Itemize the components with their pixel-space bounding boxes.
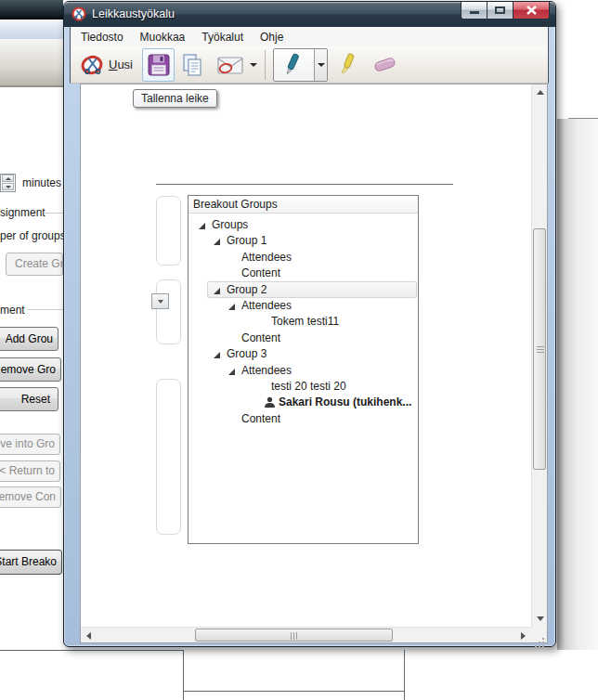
scroll-right-icon[interactable]	[515, 628, 531, 643]
reset-button[interactable]: Reset	[0, 387, 58, 411]
remove-content-button[interactable]: Remove Con	[0, 486, 61, 508]
save-button[interactable]	[142, 48, 175, 82]
snip-canvas: Breakout Groups Groups Group 1 Attendees	[81, 84, 531, 627]
tree-item-attendees: Attendees	[189, 250, 417, 266]
groupbox-border	[44, 213, 63, 214]
toolbar-separator	[265, 50, 266, 80]
captured-combobox-arrow	[151, 293, 169, 309]
background-toolbar-fragment	[0, 39, 63, 87]
background-right-panel	[557, 119, 598, 650]
tree-item-group3: Group 3	[189, 346, 417, 362]
tree-item-content: Content	[189, 266, 417, 281]
new-snip-label: Uusi	[109, 58, 133, 71]
expander-icon	[228, 304, 235, 310]
person-icon	[264, 396, 276, 408]
tree-item-attendee-name: testi 20 testi 20	[189, 379, 417, 395]
scroll-down-icon[interactable]	[532, 611, 548, 627]
ment-groupbox-label: ment	[0, 304, 25, 317]
snipping-tool-icon	[72, 6, 86, 21]
maximize-button[interactable]	[488, 2, 514, 19]
vertical-scrollbar[interactable]	[531, 84, 547, 627]
pen-icon	[281, 52, 307, 78]
tree-item-attendees: Attendees	[189, 363, 417, 379]
pen-button[interactable]	[274, 49, 314, 81]
minutes-spinner[interactable]	[0, 174, 16, 192]
start-breakout-button[interactable]: Start Breako	[0, 550, 62, 575]
tree-item-content: Content	[189, 331, 417, 346]
highlighter-button[interactable]	[334, 49, 362, 81]
background-table-line	[183, 691, 405, 692]
add-group-button[interactable]: Add Grou	[0, 327, 58, 351]
resize-grip[interactable]	[531, 627, 547, 642]
menu-help[interactable]: Ohje	[252, 28, 292, 46]
maximize-icon	[495, 6, 505, 14]
expander-icon	[214, 239, 220, 245]
menubar: Tiedosto Muokkaa Työkalut Ohje	[70, 27, 549, 46]
background-titlebar-fragment	[0, 0, 63, 19]
save-tooltip: Tallenna leike	[133, 89, 217, 108]
titlebar[interactable]: Leikkaustyökalu	[64, 2, 555, 27]
menu-tools[interactable]: Työkalut	[193, 28, 252, 46]
screen: minutes signment per of groups Create Gr…	[0, 0, 598, 700]
background-band-fragment	[0, 20, 63, 39]
menu-edit[interactable]: Muokkaa	[132, 28, 194, 46]
pen-dropdown-icon[interactable]	[314, 49, 327, 81]
eraser-icon	[370, 54, 398, 76]
scroll-up-icon[interactable]	[532, 84, 548, 100]
scissors-icon	[81, 53, 105, 77]
snipping-tool-window: Leikkaustyökalu Tiedosto Muokkaa Työkalu…	[63, 1, 556, 647]
copy-button[interactable]	[177, 49, 206, 81]
minutes-label: minutes	[22, 176, 61, 189]
captured-groupbox	[156, 196, 181, 266]
background-table-line	[0, 650, 183, 651]
background-table-line	[183, 650, 184, 700]
toolbar: Uusi	[70, 46, 549, 84]
save-icon	[147, 53, 171, 77]
minimize-button[interactable]	[461, 2, 488, 19]
tree-item-attendee-sakari: Sakari Rousu (tukihenk...	[189, 395, 417, 410]
number-of-groups-label: per of groups	[0, 229, 66, 242]
eraser-button[interactable]	[368, 49, 401, 81]
window-controls	[461, 2, 550, 20]
copy-icon	[181, 53, 203, 77]
breakout-groups-panel: Breakout Groups Groups Group 1 Attendees	[188, 195, 419, 544]
snip-content-area: Breakout Groups Groups Group 1 Attendees	[80, 84, 548, 643]
vertical-scrollbar-thumb[interactable]	[533, 228, 546, 470]
expander-icon	[228, 369, 235, 375]
close-button[interactable]	[514, 2, 550, 19]
menu-file[interactable]: Tiedosto	[72, 28, 132, 46]
scroll-left-icon[interactable]	[81, 628, 97, 643]
tree-item-attendee-name: Tokem testi11	[189, 314, 417, 330]
minimize-icon	[470, 11, 479, 14]
tree-item-content: Content	[189, 411, 417, 427]
spinner-down-icon[interactable]	[2, 183, 14, 190]
assignment-groupbox-label: signment	[0, 206, 46, 219]
groupbox-border	[28, 309, 63, 310]
email-dropdown-icon[interactable]	[248, 49, 258, 81]
close-icon	[514, 2, 550, 19]
tree-item-attendees: Attendees	[189, 298, 417, 314]
spinner-up-icon[interactable]	[2, 175, 14, 182]
expander-icon	[199, 223, 205, 229]
captured-divider-line	[156, 184, 453, 185]
captured-groupbox	[156, 379, 181, 535]
captured-groupbox	[156, 279, 181, 344]
create-groups-button[interactable]: Create Grou	[6, 253, 63, 276]
pen-split-button	[273, 48, 328, 82]
horizontal-scrollbar-thumb[interactable]	[195, 629, 393, 642]
return-to-button[interactable]: << Return to	[0, 460, 60, 482]
tree-item-group1: Group 1	[189, 233, 417, 249]
expander-icon	[214, 352, 220, 358]
background-table-line	[404, 650, 405, 700]
horizontal-scrollbar[interactable]	[81, 627, 531, 642]
move-into-group-button[interactable]: Move into Gro	[0, 434, 60, 455]
tree-item-groups: Groups	[189, 217, 417, 233]
send-email-button[interactable]	[214, 49, 247, 81]
breakout-groups-header: Breakout Groups	[188, 196, 418, 214]
new-snip-button[interactable]: Uusi	[77, 51, 136, 79]
remove-group-button[interactable]: Remove Gro	[0, 357, 61, 382]
window-title: Leikkaustyökalu	[92, 2, 175, 27]
email-icon	[215, 54, 245, 76]
tree-item-group2: Group 2	[189, 282, 417, 298]
expander-icon	[214, 288, 220, 294]
